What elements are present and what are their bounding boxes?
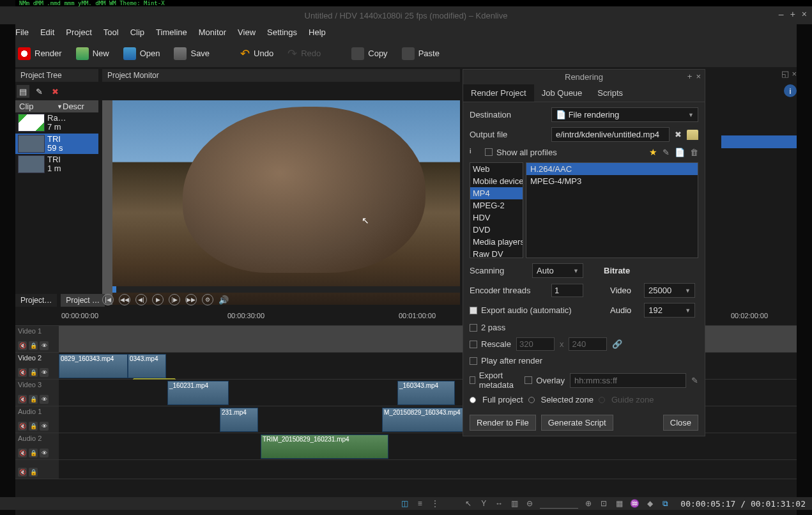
track-audio2[interactable]: Audio 2 🔇🔒👁 TRIM_20150829_160231.mp4 [15, 433, 797, 460]
settings-icon[interactable]: ⚙ [202, 294, 213, 305]
forward-icon[interactable]: ▶▶ [185, 294, 197, 305]
eye-icon[interactable]: 👁 [40, 422, 49, 431]
close-button[interactable]: Close [663, 415, 698, 431]
lock-icon[interactable]: 🔒 [29, 468, 38, 477]
mute-icon[interactable]: 🔇 [18, 468, 27, 477]
goto-start-icon[interactable]: |◀ [102, 294, 114, 305]
paste-button[interactable]: Paste [399, 46, 442, 61]
menu-file[interactable]: File [15, 27, 29, 37]
delete-profile-icon[interactable]: 🗑 [690, 148, 698, 157]
menu-monitor[interactable]: Monitor [199, 27, 226, 37]
mute-icon[interactable]: 🔇 [18, 449, 27, 457]
overlay-edit-icon[interactable]: ✎ [691, 376, 698, 385]
link-icon[interactable]: 🔗 [612, 339, 622, 349]
save-button[interactable]: Save [171, 46, 212, 61]
copy-button[interactable]: Copy [349, 46, 390, 61]
timeline-clip[interactable]: 231.mp4 [220, 408, 258, 432]
lock-icon[interactable]: 🔒 [29, 341, 38, 350]
new-button[interactable]: New [73, 46, 112, 61]
list-item[interactable]: MPEG-2 [470, 199, 523, 211]
tab-project-tree[interactable]: Project… [15, 294, 57, 307]
edit-profile-icon[interactable]: ✎ [663, 148, 670, 157]
show-all-profiles-check[interactable]: Show all profiles [485, 148, 557, 157]
menu-settings[interactable]: Settings [267, 27, 297, 37]
timeline-clip[interactable]: TRIM_20150829_160231.mp4 [261, 434, 388, 459]
playhead-marker[interactable] [112, 286, 116, 293]
info-icon[interactable]: i [784, 84, 797, 97]
menu-timeline[interactable]: Timeline [156, 27, 187, 37]
clip-item[interactable]: TRI59 s [15, 134, 98, 155]
list-item[interactable]: Mobile devices [470, 175, 523, 187]
info-icon[interactable]: i [470, 147, 480, 157]
timeline-clip[interactable]: _160231.mp4 [167, 381, 229, 405]
menu-help[interactable]: Help [309, 27, 326, 37]
browse-icon[interactable] [687, 130, 698, 140]
tab-scripts[interactable]: Scripts [590, 84, 631, 102]
open-button[interactable]: Open [121, 46, 163, 61]
waveform-icon[interactable]: ♒ [629, 498, 640, 509]
dialog-close-icon[interactable]: × [696, 72, 701, 81]
eye-icon[interactable]: 👁 [40, 341, 49, 350]
lock-icon[interactable]: 🔒 [29, 449, 38, 457]
tab-project-notes[interactable]: Project … [61, 294, 105, 307]
list-item[interactable]: Web [470, 163, 523, 175]
generate-script-button[interactable]: Generate Script [541, 415, 613, 431]
play-icon[interactable]: ▶ [152, 294, 164, 305]
tab-job-queue[interactable]: Job Queue [534, 84, 590, 102]
overlay-input[interactable] [570, 373, 686, 388]
dialog-float-icon[interactable]: + [687, 72, 693, 81]
mute-icon[interactable]: 🔇 [18, 341, 27, 350]
markers-icon[interactable]: ◆ [645, 498, 655, 509]
output-file-input[interactable] [551, 127, 670, 142]
edit-clip-icon[interactable]: ✎ [33, 85, 45, 98]
mute-icon[interactable]: 🔇 [18, 395, 27, 404]
profile-category-list[interactable]: Web Mobile devices MP4 MPEG-2 HDV DVD Me… [470, 162, 523, 258]
cut-tool-icon[interactable]: Y [479, 498, 489, 509]
selected-zone-radio[interactable]: Selected zone [528, 395, 594, 404]
timeline-clip[interactable]: _160343.mp4 [397, 381, 455, 405]
panel-float-icon[interactable]: ◱ [781, 69, 789, 79]
audio-bitrate-combo[interactable]: 192▼ [644, 303, 695, 318]
rescale-height-input[interactable] [569, 337, 607, 351]
video-bitrate-combo[interactable]: 25000▼ [644, 283, 695, 298]
menu-clip[interactable]: Clip [130, 27, 144, 37]
clip-column[interactable]: Clip ▼ [19, 102, 63, 111]
clip-item[interactable]: Ra…7 m [15, 112, 98, 134]
mute-icon[interactable]: 🔇 [18, 422, 27, 431]
timeline-clip[interactable]: 0829_160343.mp4 [59, 354, 128, 378]
list-item[interactable]: H.264/AAC [526, 163, 698, 175]
delete-clip-icon[interactable]: ✖ [49, 85, 61, 98]
zoom-in-icon[interactable]: ⊕ [583, 498, 594, 509]
play-after-check[interactable]: Play after render [470, 356, 698, 365]
rescale-check[interactable]: Rescale [470, 339, 511, 349]
desc-column[interactable]: Descr [63, 102, 95, 111]
export-metadata-check[interactable]: Export metadata [470, 371, 519, 390]
tool-spacer-icon[interactable]: ⋮ [430, 498, 440, 509]
maximize-icon[interactable]: + [790, 9, 795, 19]
clip-item[interactable]: TRI1 m [15, 154, 98, 175]
step-fwd-icon[interactable]: |▶ [169, 294, 180, 305]
undo-button[interactable]: ↶Undo [238, 45, 276, 62]
eye-icon[interactable]: 👁 [40, 449, 49, 457]
mute-icon[interactable]: 🔇 [18, 368, 27, 377]
volume-icon[interactable]: 🔊 [218, 295, 229, 305]
rescale-width-input[interactable] [516, 337, 555, 351]
menu-project[interactable]: Project [66, 27, 91, 37]
playhead-bar[interactable] [112, 286, 460, 293]
add-clip-icon[interactable]: ▤ [17, 85, 29, 98]
move-tool-icon[interactable]: ↔ [494, 498, 504, 509]
scanning-combo[interactable]: Auto▼ [532, 263, 583, 278]
tool-select-icon[interactable]: ◫ [399, 498, 410, 509]
list-item[interactable]: Media players [470, 236, 523, 248]
close-icon[interactable]: × [802, 9, 807, 19]
tool-razor-icon[interactable]: ≡ [415, 498, 425, 509]
zoom-out-icon[interactable]: ⊖ [525, 498, 535, 509]
cursor-tool-icon[interactable]: ↖ [463, 498, 473, 509]
timeline-clip[interactable]: 0343.mp4 [128, 354, 166, 378]
render-to-file-button[interactable]: Render to File [470, 415, 536, 431]
zoom-slider[interactable] [540, 498, 578, 509]
two-pass-check[interactable]: 2 pass [470, 323, 698, 332]
menu-view[interactable]: View [238, 27, 256, 37]
monitor-preview[interactable]: ↖ [102, 100, 460, 305]
eye-icon[interactable]: 👁 [40, 368, 49, 377]
